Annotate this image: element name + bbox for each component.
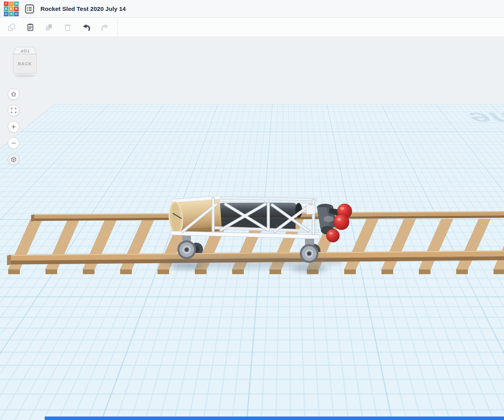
bottom-accent-bar: [45, 416, 504, 420]
duplicate-button[interactable]: [40, 20, 58, 35]
rear-wheel: [300, 239, 318, 263]
tinkercad-logo[interactable]: T I N K E R C A D: [4, 2, 19, 16]
logo-tile: T: [4, 2, 9, 6]
trash-icon: [63, 23, 72, 32]
zoom-out-button[interactable]: [8, 137, 19, 149]
home-view-button[interactable]: [8, 88, 19, 100]
perspective-cube-icon: [10, 156, 17, 163]
logo-tile: R: [14, 7, 19, 11]
copy-button[interactable]: [3, 20, 20, 35]
logo-tile: N: [14, 2, 19, 6]
view-mode-button[interactable]: [8, 154, 19, 165]
fit-view-button[interactable]: [8, 105, 19, 116]
undo-button[interactable]: [78, 20, 95, 35]
view-cube-top-label: TOP: [20, 49, 30, 53]
undo-arrow-icon: [82, 23, 91, 32]
logo-tile: D: [14, 12, 19, 16]
home-icon: [10, 91, 17, 97]
tinkercad-app: T I N K E R C A D Rocket Sled Test 2020 …: [0, 0, 504, 420]
list-icon: [24, 4, 35, 14]
logo-tile: C: [4, 12, 9, 16]
logo-tile: A: [9, 12, 14, 16]
duplicate-icon: [44, 23, 54, 32]
design-title[interactable]: Rocket Sled Test 2020 July 14: [40, 5, 126, 12]
toolbar-divider: [117, 18, 118, 37]
delete-button[interactable]: [59, 20, 76, 35]
paste-button[interactable]: [22, 20, 39, 35]
copy-icon: [7, 23, 16, 32]
3d-viewport[interactable]: Workplane: [0, 37, 504, 420]
redo-arrow-icon: [100, 23, 110, 32]
logo-tile: I: [9, 2, 14, 6]
redo-button[interactable]: [96, 20, 114, 35]
logo-tile: E: [9, 7, 14, 11]
plus-icon: [10, 124, 17, 130]
header: T I N K E R C A D Rocket Sled Test 2020 …: [0, 0, 504, 18]
view-tools: [8, 88, 19, 165]
design-menu-button[interactable]: [24, 3, 35, 15]
edit-toolbar: [0, 18, 504, 37]
minus-icon: [10, 140, 17, 146]
fit-view-icon: [10, 107, 17, 114]
paste-icon: [26, 23, 35, 32]
logo-tile: K: [4, 7, 9, 11]
view-cube[interactable]: TOP BACK: [10, 46, 40, 78]
scene: [0, 37, 504, 420]
zoom-in-button[interactable]: [8, 121, 19, 133]
view-cube-front-label: BACK: [18, 61, 32, 66]
